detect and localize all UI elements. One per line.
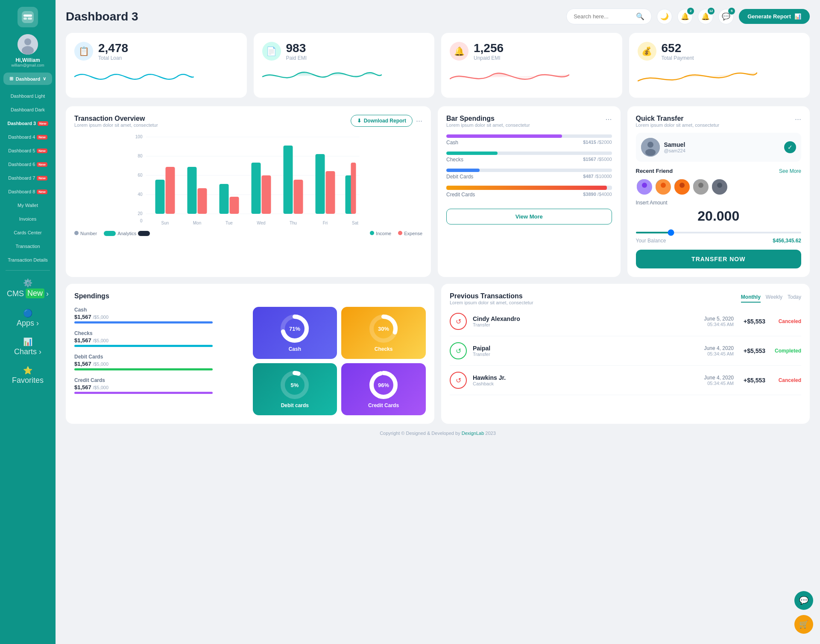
txn-icon-cindy: ↺ [450, 313, 467, 330]
svg-point-43 [642, 183, 647, 188]
total-loan-value: 2,478 [98, 41, 128, 55]
search-input[interactable] [574, 13, 633, 20]
previous-transactions-card: Previous Transactions Lorem ipsum dolor … [441, 284, 810, 424]
bar-chart-icon: 📊 [794, 13, 801, 20]
qt-check-icon[interactable]: ✓ [784, 141, 796, 153]
friend-avatar-4[interactable] [692, 178, 708, 194]
donut-checks-label: Checks [375, 346, 393, 352]
svg-rect-29 [220, 184, 229, 214]
more-options-button[interactable]: ··· [416, 117, 422, 125]
svg-point-40 [647, 142, 653, 148]
amount-slider[interactable] [636, 232, 802, 233]
stat-card-unpaid-emi: 🔔 1,256 Unpaid EMI [441, 33, 622, 98]
txn-item-cindy: ↺ Cindy Alexandro Transfer June 5, 2020 … [450, 307, 801, 336]
paid-emi-icon: 📄 [262, 42, 281, 61]
sidebar-item-transaction-details[interactable]: Transaction Details [0, 253, 56, 267]
sidebar-item-dashboard-8[interactable]: Dashboard 8 New [0, 185, 56, 198]
svg-point-6 [22, 46, 34, 55]
search-box[interactable]: 🔍 [566, 9, 652, 24]
dashboard-toggle[interactable]: ⊞ Dashboard ∨ [3, 73, 52, 85]
footer: Copyright © Designed & Developed by Dexi… [66, 424, 810, 443]
txn-status-hawkins: Canceled [771, 377, 801, 383]
sidebar-item-my-wallet[interactable]: My Wallet [0, 198, 56, 212]
stat-card-paid-emi: 📄 983 Paid EMI [254, 33, 435, 98]
svg-text:5%: 5% [291, 382, 299, 388]
donut-checks: 30% Checks [341, 307, 426, 359]
total-loan-icon: 📋 [74, 42, 93, 61]
friend-avatar-3[interactable] [674, 178, 689, 194]
sidebar-item-cards-center[interactable]: Cards Center [0, 226, 56, 239]
see-more-link[interactable]: See More [779, 168, 801, 174]
chat-icon[interactable]: 💬 5 [718, 9, 734, 24]
float-support-button[interactable]: 💬 [794, 591, 813, 610]
svg-point-51 [717, 183, 722, 188]
paid-emi-value: 983 [286, 41, 307, 55]
spendings-title: Spendings [74, 292, 426, 300]
svg-rect-31 [252, 163, 261, 214]
spending-item-checks: Checks $1567 /$5000 [446, 152, 612, 163]
bar-spendings-more-options[interactable]: ··· [605, 115, 612, 124]
svg-text:Tue: Tue [226, 221, 233, 225]
sidebar-item-cms[interactable]: ⚙️ CMS New › [0, 274, 56, 304]
prev-txn-title: Previous Transactions [450, 292, 533, 300]
friend-avatars [636, 178, 802, 194]
bar-spendings-subtitle: Lorem ipsum dolor sit amet, consectetur [446, 122, 530, 128]
txn-date-hawkins: June 4, 2020 [704, 375, 734, 381]
txn-time-paipal: 05:34:45 AM [704, 351, 734, 356]
view-more-button[interactable]: View More [446, 209, 612, 224]
friend-avatar-1[interactable] [636, 178, 651, 194]
sidebar-item-transaction[interactable]: Transaction [0, 239, 56, 253]
transaction-overview-card: Transaction Overview Lorem ipsum dolor s… [66, 106, 431, 277]
svg-text:80: 80 [138, 154, 143, 158]
sidebar-item-dashboard-3[interactable]: Dashboard 3 New [0, 117, 56, 130]
svg-text:100: 100 [135, 134, 143, 139]
sidebar-item-dashboard-6[interactable]: Dashboard 6 New [0, 157, 56, 171]
txn-item-paipal: ↺ Paipal Transfer June 4, 2020 05:34:45 … [450, 336, 801, 366]
txn-amount-cindy: +$5,553 [740, 318, 765, 325]
sidebar-item-dashboard-7[interactable]: Dashboard 7 New [0, 171, 56, 185]
sidebar-item-dashboard-light[interactable]: Dashboard Light [0, 89, 56, 103]
paid-emi-label: Paid EMI [286, 55, 307, 61]
prev-txn-tabs: Monthly Weekly Today [741, 292, 801, 303]
sidebar-item-apps[interactable]: 🔵 Apps › [0, 304, 56, 333]
float-cart-button[interactable]: 🛒 [794, 615, 813, 634]
bell-badge: 12 [708, 8, 715, 15]
svg-rect-28 [198, 188, 207, 214]
svg-text:30%: 30% [378, 326, 389, 332]
sidebar-item-dashboard-4[interactable]: Dashboard 4 New [0, 130, 56, 144]
chart-legend: Number Analytics Income Expense [74, 231, 422, 236]
txn-name-paipal: Paipal [473, 345, 698, 352]
generate-report-button[interactable]: Generate Report 📊 [739, 9, 810, 24]
spending-cash: Cash $1,567 /$5,000 [74, 307, 248, 323]
sidebar-email: william@gmail.com [11, 63, 44, 67]
svg-point-49 [698, 183, 703, 188]
tab-today[interactable]: Today [788, 292, 801, 303]
sidebar-item-favorites[interactable]: ⭐ Favorites [0, 361, 56, 390]
txn-name-hawkins: Hawkins Jr. [473, 374, 698, 381]
header: Dashboard 3 🔍 🌙 🔔 2 🔔 12 💬 5 Generate Re… [66, 9, 810, 24]
theme-toggle-button[interactable]: 🌙 [657, 9, 672, 24]
bell-icon[interactable]: 🔔 12 [698, 9, 713, 24]
transfer-now-button[interactable]: TRANSFER NOW [636, 250, 802, 268]
svg-rect-36 [326, 171, 335, 214]
notifications-icon[interactable]: 🔔 2 [677, 9, 693, 24]
quick-transfer-more-options[interactable]: ··· [795, 115, 801, 124]
download-report-button[interactable]: ⬇ Download Report [351, 115, 413, 127]
sidebar-item-dashboard-dark[interactable]: Dashboard Dark [0, 103, 56, 117]
balance-label: Your Balance [636, 238, 666, 244]
friend-avatar-5[interactable] [711, 178, 726, 194]
footer-brand-link[interactable]: DexignLab [462, 431, 484, 436]
balance-value: $456,345.62 [773, 238, 801, 244]
sidebar-item-dashboard-5[interactable]: Dashboard 5 New [0, 144, 56, 157]
txn-date-cindy: June 5, 2020 [704, 316, 734, 322]
total-payment-label: Total Payment [662, 55, 694, 61]
svg-point-5 [24, 38, 31, 45]
tab-weekly[interactable]: Weekly [766, 292, 782, 303]
sidebar-item-charts[interactable]: 📊 Charts › [0, 333, 56, 361]
sidebar-logo[interactable] [18, 7, 38, 27]
txn-time-hawkins: 05:34:45 AM [704, 381, 734, 386]
tab-monthly[interactable]: Monthly [741, 292, 761, 303]
friend-avatar-2[interactable] [655, 178, 670, 194]
sidebar-item-invoices[interactable]: Invoices [0, 212, 56, 226]
donut-cash-label: Cash [289, 346, 301, 352]
